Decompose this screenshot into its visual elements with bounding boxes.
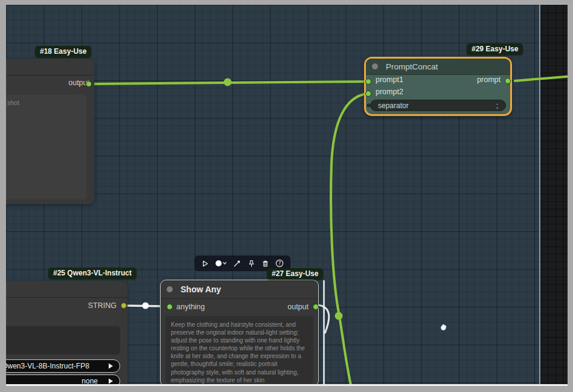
help-icon[interactable]: ? — [274, 257, 286, 269]
window-frame — [568, 0, 573, 392]
node25-qwen3-vl[interactable]: STRING Qwen3-VL-8B-Instruct-FP8 none — [0, 281, 127, 388]
node29-badge[interactable]: #29 Easy-Use — [467, 43, 523, 55]
combo-arrow-icon[interactable] — [107, 362, 114, 371]
node27-show-any[interactable]: Show Any anything output Keep the clothi… — [160, 280, 319, 387]
pin-icon[interactable] — [245, 257, 257, 269]
anything-socket[interactable] — [167, 304, 173, 310]
prompt1-socket[interactable] — [365, 79, 371, 85]
node27-text-widget[interactable]: Keep the clothing and hairstyle consiste… — [165, 316, 313, 384]
node29-promptconcat[interactable]: PromptConcat prompt1 prompt2 prompt sepa… — [364, 57, 512, 116]
window-frame — [0, 0, 573, 5]
outer-canvas-region[interactable] — [540, 5, 568, 386]
node27-output-label: output — [287, 303, 309, 311]
collapse-dot-icon[interactable] — [167, 286, 173, 292]
grab-hand-cursor — [439, 323, 449, 336]
node18-text-widget[interactable]: d shot wide shot — [0, 95, 86, 199]
node18-output-socket[interactable] — [86, 81, 92, 87]
node25-badge[interactable]: #25 Qwen3-VL-Instruct — [48, 268, 136, 279]
model-combo-value: Qwen3-VL-8B-Instruct-FP8 — [2, 362, 89, 370]
collapse-dot-icon[interactable] — [372, 63, 378, 69]
model-combo-widget[interactable]: Qwen3-VL-8B-Instruct-FP8 — [0, 359, 120, 373]
node27-title: Show Any — [181, 284, 221, 294]
separator-widget[interactable]: separator ; — [370, 100, 506, 111]
prompt2-socket[interactable] — [365, 91, 371, 97]
node25-output-row: STRING — [88, 300, 117, 310]
run-icon[interactable] — [199, 257, 211, 269]
eyedropper-icon[interactable] — [231, 257, 243, 269]
prompt-output-label: prompt — [477, 76, 501, 84]
node29-header[interactable]: PromptConcat — [366, 59, 510, 75]
anything-label: anything — [176, 303, 205, 311]
node-editor-canvas[interactable]: #18 Easy-Use output d shot wide shot #29… — [0, 0, 573, 392]
node18[interactable]: output d shot wide shot — [0, 59, 94, 204]
node27-output-socket[interactable] — [313, 304, 319, 310]
svg-text:?: ? — [278, 261, 281, 266]
trash-icon[interactable] — [260, 257, 272, 269]
node27-badge[interactable]: #27 Easy-Use — [267, 268, 323, 280]
separator-widget-value: ; — [496, 101, 498, 110]
string-output-socket[interactable] — [121, 303, 127, 309]
node27-header[interactable]: Show Any — [161, 280, 318, 299]
prompt1-label: prompt1 — [376, 76, 403, 84]
window-frame — [0, 386, 573, 392]
window-frame — [0, 0, 6, 392]
node29-title: PromptConcat — [386, 62, 438, 71]
region-boundary-line — [539, 5, 540, 386]
node18-header[interactable] — [0, 59, 94, 76]
node18-badge[interactable]: #18 Easy-Use — [35, 46, 91, 57]
separator-widget-label: separator — [378, 101, 409, 110]
node25-dark-widget[interactable] — [0, 326, 120, 355]
node25-string-label: STRING — [88, 301, 117, 310]
prompt2-label: prompt2 — [376, 88, 403, 96]
color-circle-icon[interactable] — [213, 257, 229, 269]
node25-header[interactable] — [0, 281, 127, 298]
prompt-output-socket[interactable] — [505, 78, 511, 84]
